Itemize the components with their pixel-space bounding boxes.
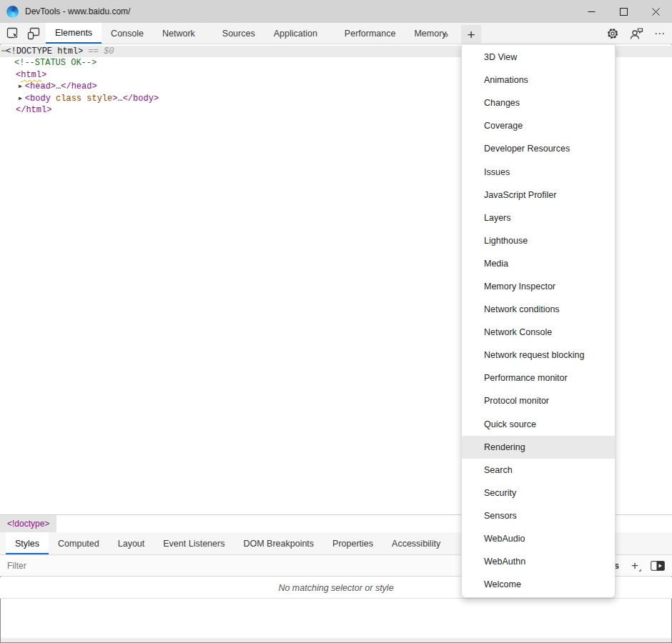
new-style-rule-button[interactable]: + (628, 559, 641, 572)
panel-tabs: ElementsConsoleNetworkSourcesApplication… (46, 23, 456, 44)
feedback-person-icon[interactable] (630, 27, 643, 40)
close-button[interactable] (640, 0, 672, 23)
tab-network[interactable]: Network (153, 23, 204, 44)
title-bar: DevTools - www.baidu.com/ (0, 0, 672, 23)
tab-elements[interactable]: Elements (46, 23, 102, 44)
menu-item-layers[interactable]: Layers (462, 206, 615, 229)
menu-item-network-console[interactable]: Network Console (462, 321, 615, 344)
tab-console[interactable]: Console (102, 23, 153, 44)
menu-item-lighthouse[interactable]: Lighthouse (462, 229, 615, 252)
more-tools-menu: 3D ViewAnimationsChangesCoverageDevelope… (461, 44, 616, 598)
menu-item-coverage[interactable]: Coverage (462, 114, 615, 137)
devtools-window: DevTools - www.baidu.com/ Eleme (0, 0, 672, 643)
menu-item-network-request-blocking[interactable]: Network request blocking (462, 344, 615, 367)
tab-performance[interactable]: Performance (335, 23, 405, 44)
breadcrumb-item-doctype[interactable]: <!doctype> (0, 515, 56, 532)
menu-item-webaudio[interactable]: WebAudio (462, 527, 615, 550)
menu-item-welcome[interactable]: Welcome (462, 573, 615, 596)
expand-arrow-icon[interactable]: ▶ (19, 93, 22, 104)
menu-item-rendering[interactable]: Rendering (462, 436, 615, 459)
window-title: DevTools - www.baidu.com/ (25, 6, 130, 16)
minimize-icon (588, 8, 596, 16)
menu-item-quick-source[interactable]: Quick source (462, 413, 615, 436)
body-attributes: class style (51, 94, 112, 104)
device-toolbar-icon[interactable] (27, 27, 40, 40)
menu-item-network-conditions[interactable]: Network conditions (462, 298, 615, 321)
html-tag-issue-underline: html (21, 70, 41, 80)
styles-tab-dom-breakpoints[interactable]: DOM Breakpoints (234, 532, 323, 554)
menu-item-sensors[interactable]: Sensors (462, 504, 615, 527)
devtools-toolbar: ElementsConsoleNetworkSourcesApplication… (0, 23, 672, 44)
more-tools-button[interactable]: + (461, 25, 481, 44)
window-footer-strip (1, 638, 671, 642)
styles-tab-accessibility[interactable]: Accessibility (382, 532, 450, 554)
styles-tab-styles[interactable]: Styles (6, 532, 49, 554)
menu-item-protocol-monitor[interactable]: Protocol monitor (462, 389, 615, 412)
menu-item-search[interactable]: Search (462, 459, 615, 482)
minimize-button[interactable] (575, 0, 608, 23)
settings-gear-icon[interactable] (606, 27, 619, 40)
menu-item-performance-monitor[interactable]: Performance monitor (462, 367, 615, 389)
menu-item-memory-inspector[interactable]: Memory Inspector (462, 275, 615, 298)
filter-input[interactable]: Filter (7, 561, 26, 571)
empty-message: No matching selector or style (278, 583, 393, 593)
styles-tab-properties[interactable]: Properties (323, 532, 382, 554)
styles-tab-computed[interactable]: Computed (49, 532, 109, 554)
more-options-icon[interactable]: ⋯ (654, 27, 666, 40)
menu-item-security[interactable]: Security (462, 482, 615, 504)
selected-node-hint: == $0 (83, 46, 114, 56)
menu-item-3d-view[interactable]: 3D View (462, 46, 615, 69)
more-panels-chevron-icon[interactable]: » (443, 23, 448, 44)
maximize-icon (620, 8, 628, 16)
inspect-element-icon[interactable] (6, 27, 19, 40)
doctype-text: <!DOCTYPE html> (6, 46, 83, 56)
menu-item-animations[interactable]: Animations (462, 69, 615, 91)
menu-item-issues[interactable]: Issues (462, 160, 615, 183)
tab-sources[interactable]: Sources (213, 23, 265, 44)
styles-tab-layout[interactable]: Layout (109, 532, 154, 554)
menu-item-developer-resources[interactable]: Developer Resources (462, 137, 615, 160)
styles-tab-event-listeners[interactable]: Event Listeners (154, 532, 234, 554)
menu-item-media[interactable]: Media (462, 252, 615, 275)
menu-item-changes[interactable]: Changes (462, 91, 615, 114)
menu-item-webauthn[interactable]: WebAuthn (462, 550, 615, 573)
close-icon (652, 8, 660, 16)
plus-icon: + (631, 559, 638, 573)
maximize-button[interactable] (608, 0, 640, 23)
edge-logo-icon (6, 6, 19, 18)
tab-application[interactable]: Application (265, 23, 327, 44)
expand-arrow-icon[interactable]: ▶ (19, 81, 22, 92)
menu-item-javascript-profiler[interactable]: JavaScript Profiler (462, 184, 615, 206)
toggle-sidebar-icon[interactable] (651, 561, 665, 571)
